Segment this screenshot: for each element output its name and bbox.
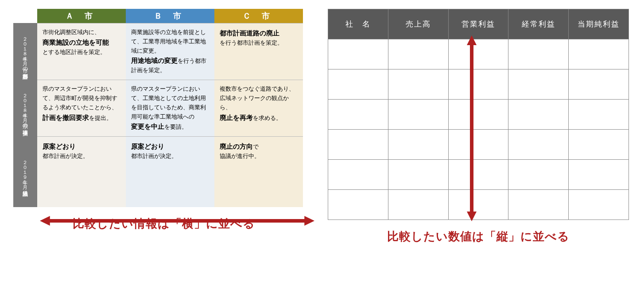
table-row — [328, 130, 629, 160]
cell-result-b: 原案どおり 都市計画が決定。 — [126, 136, 214, 207]
col-header-b: Ｂ 市 — [126, 9, 214, 23]
comparison-table-left: Ａ 市 Ｂ 市 Ｃ 市 ２０１８年４月 市の都市計画案 市街化調整区域内に、 商… — [13, 9, 314, 244]
cell-plan-c: 都市計画道路の廃止 を行う都市計画を策定。 — [214, 23, 303, 80]
cell-issue-b: 県のマスタープランにおいて、工業地としての土地利用を目指しているため、商業利用可… — [126, 80, 214, 136]
cell-result-a: 原案どおり 都市計画が決定。 — [37, 136, 126, 207]
th-company: 社 名 — [328, 9, 388, 39]
comparison-table-right: 社 名 売上高 営業利益 経常利益 当期純利益 — [328, 9, 629, 244]
cell-issue-c: 複数市をつなぐ道路であり、広域ネットワークの観点から、 廃止を再考を求める。 — [214, 80, 303, 136]
table-body — [328, 39, 629, 220]
th-sales: 売上高 — [388, 9, 448, 39]
th-op-profit: 営業利益 — [448, 9, 508, 39]
table-row — [328, 160, 629, 190]
cell-issue-a: 県のマスタープランにおいて、周辺市町が開発を抑制するよう求めていたことから、 計… — [37, 80, 126, 136]
row-label-result: ２０１９年１月 協議結果 — [13, 136, 37, 207]
table-row — [328, 190, 629, 220]
cell-result-c: 廃止の方向で 協議が進行中。 — [214, 136, 303, 207]
cell-plan-a: 市街化調整区域内に、 商業施設の立地を可能 とする地区計画を策定。 — [37, 23, 126, 80]
col-header-a: Ａ 市 — [37, 9, 126, 23]
th-net-profit: 当期純利益 — [569, 9, 629, 39]
cell-plan-b: 商業施設等の立地を前提として、工業専用地域を準工業地域に変更。 用途地域の変更を… — [126, 23, 214, 80]
table-row — [328, 39, 629, 69]
right-caption: 比較したい数値は「縦」に並べる — [328, 229, 629, 244]
row-label-issue: ２０１８年４月 県の指摘事項 — [13, 80, 37, 136]
left-caption: 比較したい情報は「横」に並べる — [13, 216, 314, 231]
financial-table: 社 名 売上高 営業利益 経常利益 当期純利益 — [328, 9, 629, 220]
table-row — [328, 100, 629, 130]
table-row — [328, 69, 629, 100]
row-label-plan: ２０１８年４月 市の都市計画案 — [13, 23, 37, 80]
th-ord-profit: 経常利益 — [508, 9, 569, 39]
col-header-c: Ｃ 市 — [214, 9, 303, 23]
empty-cell — [13, 9, 37, 23]
